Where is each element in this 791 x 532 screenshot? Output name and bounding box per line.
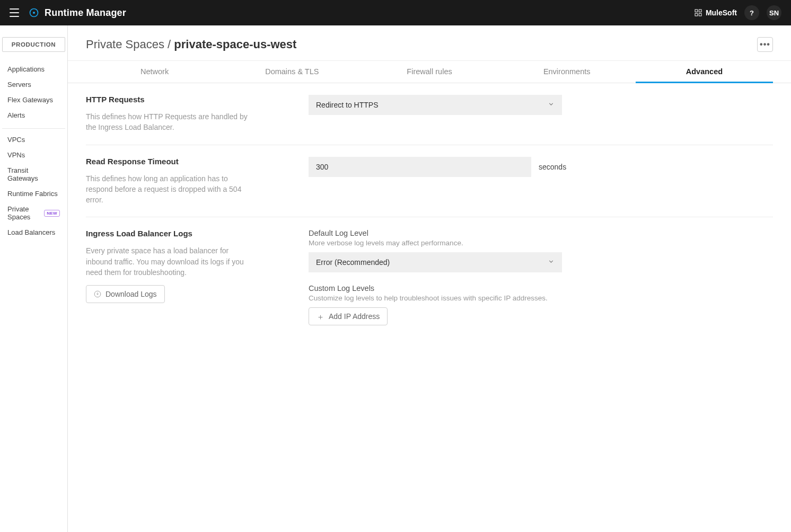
timeout-unit: seconds: [539, 163, 566, 171]
download-logs-button[interactable]: Download Logs: [86, 285, 165, 303]
sidebar-item-label: Servers: [7, 81, 31, 88]
sidebar-item-label: VPCs: [7, 136, 25, 144]
default-log-level-desc: More verbose log levels may affect perfo…: [309, 239, 773, 247]
more-actions-button[interactable]: •••: [757, 37, 773, 52]
svg-rect-2: [695, 10, 698, 12]
environment-selector[interactable]: PRODUCTION: [2, 37, 65, 52]
svg-point-1: [33, 12, 35, 14]
section-title: HTTP Requests: [86, 95, 293, 104]
custom-log-levels-label: Custom Log Levels: [309, 284, 773, 292]
sidebar-item-label: Applications: [7, 65, 45, 73]
section-http-requests: HTTP Requests This defines how HTTP Requ…: [86, 83, 773, 145]
sidebar-item-vpcs[interactable]: VPCs: [2, 132, 65, 147]
grid-icon: [694, 8, 702, 17]
brand-link[interactable]: MuleSoft: [694, 8, 737, 17]
page-header: Private Spaces / private-space-us-west •…: [68, 25, 791, 60]
ellipsis-icon: •••: [760, 40, 770, 49]
timeout-input[interactable]: [309, 157, 531, 177]
breadcrumb-parent[interactable]: Private Spaces: [86, 38, 164, 51]
section-lb-logs: Ingress Load Balancer Logs Every private…: [86, 217, 773, 349]
breadcrumb-current: private-space-us-west: [174, 38, 296, 51]
select-value: Error (Recommended): [316, 258, 390, 267]
section-description: This defines how long an application has…: [86, 173, 256, 206]
sidebar-divider: [2, 128, 65, 129]
tab-firewall[interactable]: Firewall rules: [361, 61, 498, 83]
tab-advanced[interactable]: Advanced: [636, 61, 773, 83]
app-logo[interactable]: Runtime Manager: [29, 7, 126, 19]
default-log-level-select[interactable]: Error (Recommended): [309, 252, 562, 272]
sidebar-item-label: VPNs: [7, 151, 25, 159]
user-avatar[interactable]: SN: [767, 5, 781, 20]
plus-icon: ＋: [317, 313, 324, 321]
tab-bar: Network Domains & TLS Firewall rules Env…: [68, 61, 791, 83]
sidebar-item-label: Flex Gateways: [7, 96, 53, 104]
section-title: Ingress Load Balancer Logs: [86, 229, 293, 238]
sidebar-item-private-spaces[interactable]: Private Spaces NEW: [2, 201, 65, 225]
svg-rect-4: [695, 13, 698, 16]
button-label: Add IP Address: [329, 312, 380, 321]
sidebar-item-transit-gateways[interactable]: Transit Gateways: [2, 163, 65, 186]
sidebar-item-label: Alerts: [7, 111, 25, 119]
custom-log-levels-desc: Customize log levels to help troubleshoo…: [309, 294, 773, 302]
brand-link-label: MuleSoft: [706, 8, 737, 17]
chevron-down-icon: [548, 258, 555, 267]
sidebar-item-alerts[interactable]: Alerts: [2, 108, 65, 123]
sidebar-item-runtime-fabrics[interactable]: Runtime Fabrics: [2, 186, 65, 201]
section-title: Read Response Timeout: [86, 157, 293, 166]
download-icon: [94, 290, 101, 298]
select-value: Redirect to HTTPS: [316, 101, 378, 109]
tab-domains-tls[interactable]: Domains & TLS: [223, 61, 361, 83]
sidebar-item-label: Private Spaces: [7, 205, 41, 221]
chevron-down-icon: [548, 101, 555, 109]
top-bar: Runtime Manager MuleSoft ? SN: [0, 0, 791, 25]
tab-environments[interactable]: Environments: [498, 61, 636, 83]
breadcrumb: Private Spaces / private-space-us-west: [86, 38, 296, 51]
tab-network[interactable]: Network: [86, 61, 223, 83]
hamburger-menu-icon[interactable]: [10, 8, 19, 17]
add-ip-address-button[interactable]: ＋ Add IP Address: [309, 307, 388, 325]
main-content: Private Spaces / private-space-us-west •…: [68, 25, 791, 532]
sidebar-item-label: Transit Gateways: [7, 166, 60, 182]
section-read-timeout: Read Response Timeout This defines how l…: [86, 145, 773, 218]
sidebar-item-load-balancers[interactable]: Load Balancers: [2, 225, 65, 240]
button-label: Download Logs: [106, 290, 157, 298]
sidebar-item-servers[interactable]: Servers: [2, 77, 65, 92]
section-description: Every private space has a load balancer …: [86, 245, 256, 278]
sidebar: PRODUCTION Applications Servers Flex Gat…: [0, 25, 68, 532]
breadcrumb-separator: /: [164, 38, 174, 51]
new-badge: NEW: [44, 210, 60, 217]
help-button[interactable]: ?: [744, 5, 759, 20]
svg-rect-3: [699, 10, 701, 12]
svg-rect-5: [699, 13, 701, 16]
app-title: Runtime Manager: [45, 7, 126, 19]
sidebar-item-label: Runtime Fabrics: [7, 190, 58, 198]
logo-icon: [29, 7, 39, 18]
sidebar-item-flex-gateways[interactable]: Flex Gateways: [2, 92, 65, 108]
sidebar-item-label: Load Balancers: [7, 228, 55, 236]
sidebar-item-vpns[interactable]: VPNs: [2, 147, 65, 163]
default-log-level-label: Default Log Level: [309, 229, 773, 237]
http-requests-select[interactable]: Redirect to HTTPS: [309, 95, 562, 115]
section-description: This defines how HTTP Requests are handl…: [86, 111, 256, 133]
sidebar-item-applications[interactable]: Applications: [2, 61, 65, 77]
